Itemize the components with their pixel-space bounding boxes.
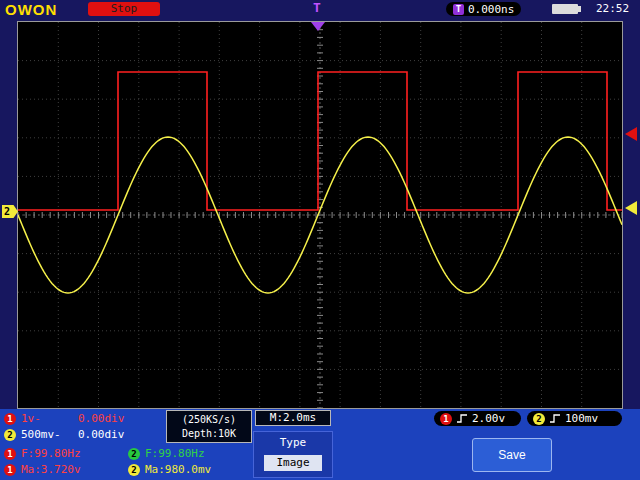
save-button[interactable]: Save <box>472 438 552 472</box>
status-panel: 1 1v- 0.00div 2 500mv- 0.00div 1 F:99.80… <box>0 409 640 480</box>
ch2-trigger-level: 100mv <box>565 412 598 425</box>
ch1-frequency-readout: 1 F:99.80Hz <box>4 447 81 460</box>
memory-depth: Depth:10K <box>167 428 251 439</box>
run-stop-status-button[interactable]: Stop <box>88 2 160 16</box>
trigger-position-readout: T 0.000ns <box>446 2 521 16</box>
ch2-trigger-readout: 2 100mv <box>527 411 622 426</box>
ch1-volts-per-div: 1v- <box>21 412 73 425</box>
ch1-badge: 1 <box>440 413 452 425</box>
battery-icon <box>552 4 578 14</box>
ch1-badge: 1 <box>4 448 16 460</box>
oscilloscope-screen: OWON Stop T T 0.000ns 22:52 2 1 1v- 0.00… <box>0 0 640 480</box>
channel2-ground-marker: 2 <box>2 205 18 218</box>
clock: 22:52 <box>596 2 629 15</box>
timebase-readout: M:2.0ms <box>255 410 331 426</box>
ch2-volts-per-div: 500mv- <box>21 428 73 441</box>
ch2-badge: 2 <box>533 413 545 425</box>
ch2-badge: 2 <box>128 464 140 476</box>
ch1-max-voltage: Ma:3.720v <box>21 463 81 476</box>
ch1-offset: 0.00div <box>78 412 124 425</box>
softkey-menu: Type Image <box>253 431 333 478</box>
ch2-max-readout: 2 Ma:980.0mv <box>128 463 211 476</box>
ch2-badge: 2 <box>4 429 16 441</box>
ch1-trigger-readout: 1 2.00v <box>434 411 521 426</box>
battery-tip-icon <box>578 6 581 12</box>
menu-title: Type <box>254 436 332 449</box>
ch2-max-voltage: Ma:980.0mv <box>145 463 211 476</box>
acquisition-info-box: (250KS/s) Depth:10K <box>166 410 252 443</box>
ch1-frequency: F:99.80Hz <box>21 447 81 460</box>
ch1-max-readout: 1 Ma:3.720v <box>4 463 81 476</box>
sample-rate: (250KS/s) <box>167 414 251 425</box>
ch1-scale-readout: 1 1v- 0.00div <box>4 412 124 425</box>
waveform-display <box>17 21 623 409</box>
trigger-position-value: 0.000ns <box>468 3 514 16</box>
waveform-svg <box>18 22 622 408</box>
brand-logo: OWON <box>5 1 57 18</box>
ch2-frequency-readout: 2 F:99.80Hz <box>128 447 205 460</box>
ch1-badge: 1 <box>4 413 16 425</box>
ch2-offset: 0.00div <box>78 428 124 441</box>
trigger-level-ch2-marker-icon <box>625 201 637 215</box>
ch2-scale-readout: 2 500mv- 0.00div <box>4 428 124 441</box>
ch1-badge: 1 <box>4 464 16 476</box>
menu-option-image[interactable]: Image <box>264 455 322 471</box>
ch1-trigger-level: 2.00v <box>472 412 505 425</box>
rising-edge-icon <box>456 413 468 424</box>
trigger-t-icon: T <box>453 4 464 15</box>
rising-edge-icon <box>549 413 561 424</box>
ch2-frequency: F:99.80Hz <box>145 447 205 460</box>
trigger-level-ch1-marker-icon <box>625 127 637 141</box>
ch2-badge: 2 <box>128 448 140 460</box>
trigger-position-label: T <box>313 0 321 15</box>
